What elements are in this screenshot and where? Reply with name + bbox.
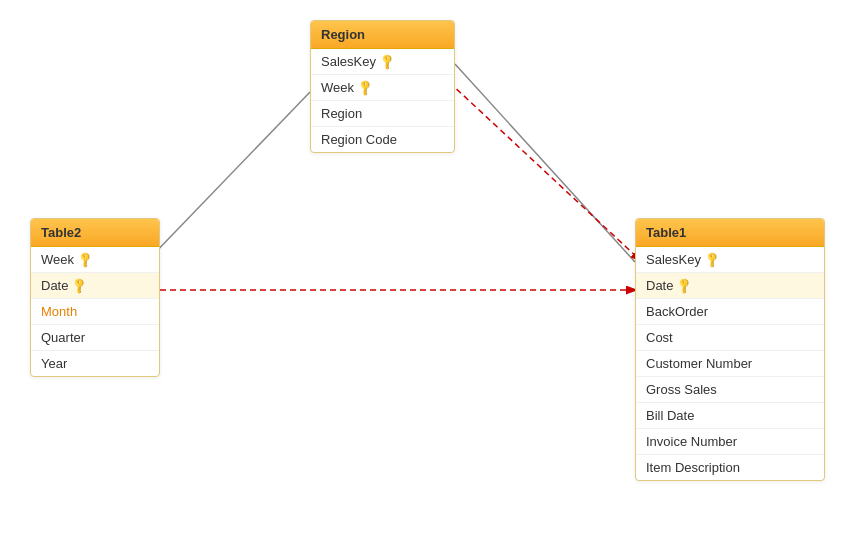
table2-title: Table2 <box>41 225 81 240</box>
table2-row-quarter[interactable]: Quarter <box>31 325 159 351</box>
table1-grosssales-label: Gross Sales <box>646 382 717 397</box>
table2-row-year[interactable]: Year <box>31 351 159 376</box>
table2-card[interactable]: Table2 Week 🔑 Date 🔑 Month Quarter Year <box>30 218 160 377</box>
region-row-saleskey[interactable]: SalesKey 🔑 <box>311 49 454 75</box>
svg-line-0 <box>150 92 310 258</box>
table1-cost-label: Cost <box>646 330 673 345</box>
table1-row-customernumber[interactable]: Customer Number <box>636 351 824 377</box>
table2-row-week[interactable]: Week 🔑 <box>31 247 159 273</box>
table2-row-date[interactable]: Date 🔑 <box>31 273 159 299</box>
table1-customernumber-label: Customer Number <box>646 356 752 371</box>
region-row-regioncode[interactable]: Region Code <box>311 127 454 152</box>
table2-date-icon: 🔑 <box>70 276 89 295</box>
region-regioncode-label: Region Code <box>321 132 397 147</box>
table1-billdate-label: Bill Date <box>646 408 694 423</box>
table2-week-label: Week <box>41 252 74 267</box>
region-row-region[interactable]: Region <box>311 101 454 127</box>
svg-line-1 <box>455 64 635 262</box>
table1-row-invoicenumber[interactable]: Invoice Number <box>636 429 824 455</box>
region-row-week[interactable]: Week 🔑 <box>311 75 454 101</box>
region-region-label: Region <box>321 106 362 121</box>
table1-title: Table1 <box>646 225 686 240</box>
table1-itemdescription-label: Item Description <box>646 460 740 475</box>
table2-month-label: Month <box>41 304 77 319</box>
region-week-label: Week <box>321 80 354 95</box>
table1-backorder-label: BackOrder <box>646 304 708 319</box>
region-week-icon: 🔑 <box>355 78 374 97</box>
diagram-canvas: Region SalesKey 🔑 Week 🔑 Region Region C… <box>0 0 858 535</box>
table2-week-icon: 🔑 <box>75 250 94 269</box>
table1-saleskey-label: SalesKey <box>646 252 701 267</box>
table1-date-icon: 🔑 <box>675 276 694 295</box>
region-saleskey-label: SalesKey <box>321 54 376 69</box>
table2-date-label: Date <box>41 278 68 293</box>
table1-row-saleskey[interactable]: SalesKey 🔑 <box>636 247 824 273</box>
region-saleskey-icon: 🔑 <box>377 52 396 71</box>
table1-row-itemdescription[interactable]: Item Description <box>636 455 824 480</box>
table2-year-label: Year <box>41 356 67 371</box>
table2-header: Table2 <box>31 219 159 247</box>
table1-saleskey-icon: 🔑 <box>702 250 721 269</box>
table1-date-label: Date <box>646 278 673 293</box>
table1-invoicenumber-label: Invoice Number <box>646 434 737 449</box>
table1-card[interactable]: Table1 SalesKey 🔑 Date 🔑 BackOrder Cost … <box>635 218 825 481</box>
table1-header: Table1 <box>636 219 824 247</box>
table2-row-month[interactable]: Month <box>31 299 159 325</box>
region-table[interactable]: Region SalesKey 🔑 Week 🔑 Region Region C… <box>310 20 455 153</box>
table1-row-cost[interactable]: Cost <box>636 325 824 351</box>
table2-quarter-label: Quarter <box>41 330 85 345</box>
table1-row-date[interactable]: Date 🔑 <box>636 273 824 299</box>
table1-row-billdate[interactable]: Bill Date <box>636 403 824 429</box>
table1-row-grosssales[interactable]: Gross Sales <box>636 377 824 403</box>
table1-row-backorder[interactable]: BackOrder <box>636 299 824 325</box>
region-title: Region <box>321 27 365 42</box>
region-table-header: Region <box>311 21 454 49</box>
